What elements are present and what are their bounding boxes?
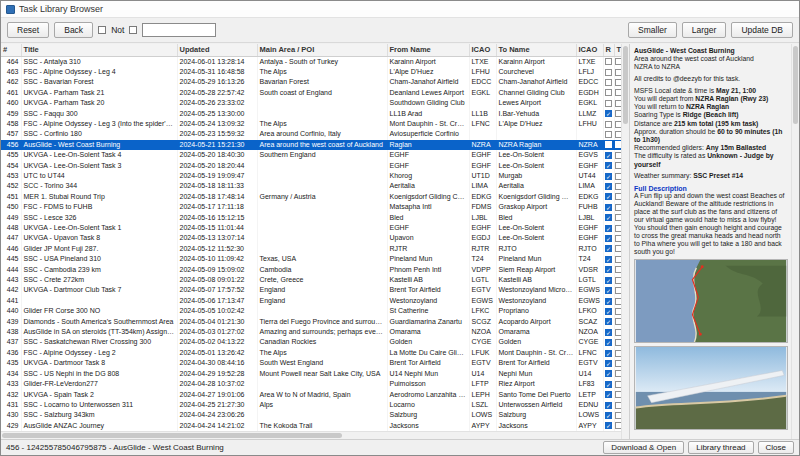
- smaller-button[interactable]: Smaller: [628, 22, 677, 38]
- table-row[interactable]: 430SSC - Salzburg 343km2024-04-24 23:06:…: [1, 410, 621, 420]
- row-checkbox-r[interactable]: ✓: [605, 412, 612, 419]
- row-checkbox-r[interactable]: ✓: [605, 225, 612, 232]
- row-checkbox-r[interactable]: ✓: [605, 318, 612, 325]
- table-row[interactable]: 456AusGlide - West Coast Burning2024-05-…: [1, 140, 621, 150]
- table-row[interactable]: 457SSC - Corfinio 1802024-05-23 15:59:32…: [1, 129, 621, 139]
- reset-button[interactable]: Reset: [7, 22, 49, 38]
- table-row[interactable]: 448UKVGA - Lee-On-Solent Task 12024-05-1…: [1, 223, 621, 233]
- table-row[interactable]: 452SCC - Torino 3442024-05-18 18:11:33Ae…: [1, 181, 621, 191]
- table-row[interactable]: 462SSC - Bavarian Forest2024-05-29 16:13…: [1, 77, 621, 87]
- table-row[interactable]: 446Glider JP Mont Fuji 287.2024-05-12 11…: [1, 244, 621, 254]
- column-header-updated[interactable]: Updated: [177, 44, 257, 56]
- row-checkbox-r[interactable]: ✓: [605, 173, 612, 180]
- table-row[interactable]: 432UKVGA - Spain Task 22024-04-27 19:01:…: [1, 390, 621, 400]
- row-checkbox-r[interactable]: ✓: [605, 308, 612, 315]
- back-button[interactable]: Back: [54, 22, 93, 38]
- table-row[interactable]: 431SSC - Locarno to Unterwossen 3112024-…: [1, 400, 621, 410]
- update-db-button[interactable]: Update DB: [731, 22, 793, 38]
- table-row[interactable]: 439Diamonds - South America's Southernmo…: [1, 317, 621, 327]
- table-row[interactable]: 451MER 1. Stubai Round Trip2024-05-18 17…: [1, 192, 621, 202]
- row-checkbox-r[interactable]: ✓: [605, 287, 612, 294]
- column-header-tested[interactable]: T: [614, 44, 621, 56]
- column-header-from-name[interactable]: From Name: [387, 44, 469, 56]
- table-row[interactable]: 454UKVGA - Lee-On-Solent Task 32024-05-2…: [1, 161, 621, 171]
- table-row[interactable]: 447UKVGA - Upavon Task 82024-05-13 13:07…: [1, 233, 621, 243]
- column-header-main-area-poi[interactable]: Main Area / POI: [257, 44, 387, 56]
- row-checkbox-r[interactable]: [605, 79, 612, 86]
- table-row[interactable]: 435UKVGA - Dartmoor Task 82024-04-30 08:…: [1, 358, 621, 368]
- table-row[interactable]: 453UTC to UT442024-05-19 19:09:47KhorogU…: [1, 171, 621, 181]
- row-checkbox-r[interactable]: ✓: [605, 183, 612, 190]
- column-header-to-name[interactable]: To Name: [496, 44, 576, 56]
- row-checkbox-r[interactable]: [605, 100, 612, 107]
- row-checkbox-r[interactable]: ✓: [605, 214, 612, 221]
- larger-button[interactable]: Larger: [682, 22, 727, 38]
- table-row[interactable]: 442UKVGA - Dartmoor Club Task 72024-05-0…: [1, 285, 621, 295]
- row-checkbox-r[interactable]: ✓: [605, 277, 612, 284]
- table-row[interactable]: 461UKVGA - Parham Task 212024-05-28 22:5…: [1, 88, 621, 98]
- row-checkbox-r[interactable]: ✓: [605, 204, 612, 211]
- row-checkbox-r[interactable]: ✓: [605, 391, 612, 398]
- row-checkbox-r[interactable]: ✓: [605, 370, 612, 377]
- row-checkbox-r[interactable]: ✓: [605, 381, 612, 388]
- column-header-to-icao[interactable]: ICAO: [576, 44, 603, 56]
- column-header-number[interactable]: #: [1, 44, 21, 56]
- row-checkbox-r[interactable]: ✓: [605, 266, 612, 273]
- detail-scrollbar[interactable]: [791, 44, 799, 439]
- column-header-from-icao[interactable]: ICAO: [469, 44, 496, 56]
- row-checkbox-r[interactable]: ✓: [605, 193, 612, 200]
- download-open-button[interactable]: Download & Open: [603, 441, 684, 454]
- filter-checkbox[interactable]: [98, 26, 106, 34]
- table-row[interactable]: 436FSC - Alpine Odyssey - Leg 22024-05-0…: [1, 348, 621, 358]
- table-row[interactable]: 429AusGlide ANZAC Journey2024-04-24 14:2…: [1, 421, 621, 431]
- row-checkbox-r[interactable]: ✓: [605, 402, 612, 409]
- table-row[interactable]: 445SSC - USA Pineland 3102024-05-10 11:0…: [1, 254, 621, 264]
- table-row[interactable]: 443SSC - Crete 272km2024-05-08 09:01:22C…: [1, 275, 621, 285]
- not-checkbox[interactable]: [129, 26, 137, 34]
- library-thread-button[interactable]: Library thread: [688, 441, 753, 454]
- table-row[interactable]: 433Glider-FR-LeVerdon2772024-04-28 10:37…: [1, 379, 621, 389]
- hscroll-thumb[interactable]: [2, 433, 342, 438]
- vscroll-thumb[interactable]: [623, 46, 628, 124]
- row-checkbox-r[interactable]: ✓: [605, 298, 612, 305]
- column-header-rated[interactable]: R: [603, 44, 614, 56]
- row-checkbox-r[interactable]: ✓: [605, 152, 612, 159]
- table-row[interactable]: 460UKVGA - Parham Task 202024-05-26 23:3…: [1, 98, 621, 108]
- table-row[interactable]: 434SSC - US Nephi in the DG 8082024-04-2…: [1, 369, 621, 379]
- table-row[interactable]: 459SSC - Faqqu 3002024-05-25 13:30:00LL1…: [1, 109, 621, 119]
- table-row[interactable]: 438AusGlide in SA on steroids (TT-354km)…: [1, 327, 621, 337]
- row-checkbox-r[interactable]: [605, 131, 612, 138]
- table-row[interactable]: 463FSC - Alpine Odyssey - Leg 42024-05-3…: [1, 67, 621, 77]
- close-button[interactable]: Close: [758, 441, 794, 454]
- filter-input[interactable]: [142, 23, 216, 37]
- row-checkbox-r[interactable]: [605, 141, 612, 148]
- row-checkbox-r[interactable]: ✓: [605, 245, 612, 252]
- table-row[interactable]: 437SSC - Saskatchewan River Crossing 300…: [1, 337, 621, 347]
- row-checkbox-r[interactable]: [605, 89, 612, 96]
- table-row[interactable]: 458FSC - Alpine Odyssey - Leg 3 (Into th…: [1, 119, 621, 129]
- row-checkbox-r[interactable]: ✓: [605, 256, 612, 263]
- row-checkbox-r[interactable]: ✓: [605, 422, 612, 429]
- table-row[interactable]: 4412024-05-06 17:13:47EnglandWestonzoyla…: [1, 296, 621, 306]
- photo-thumbnail[interactable]: [634, 346, 788, 430]
- row-checkbox-r[interactable]: ✓: [605, 350, 612, 357]
- table-row[interactable]: 449SSC - Lesce 3262024-05-16 15:12:15Ble…: [1, 213, 621, 223]
- row-checkbox-r[interactable]: [605, 69, 612, 76]
- row-checkbox-r[interactable]: ✓: [605, 235, 612, 242]
- row-checkbox-r[interactable]: ✓: [605, 110, 612, 117]
- table-row[interactable]: 444SSC - Cambodia 239 km2024-05-09 15:09…: [1, 265, 621, 275]
- row-checkbox-r[interactable]: [605, 58, 612, 65]
- table-row[interactable]: 464SSC - Antalya 3102024-06-01 13:28:14A…: [1, 56, 621, 67]
- table-row[interactable]: 455UKVGA - Lee-On-Solent Task 42024-05-2…: [1, 150, 621, 160]
- row-checkbox-r[interactable]: ✓: [605, 329, 612, 336]
- map-thumbnail[interactable]: [634, 259, 788, 343]
- column-header-title[interactable]: Title: [21, 44, 177, 56]
- row-checkbox-r[interactable]: ✓: [605, 162, 612, 169]
- row-checkbox-r[interactable]: [605, 121, 612, 128]
- table-row[interactable]: 440Glider FR Corse 300 NO2024-05-05 10:0…: [1, 306, 621, 316]
- row-checkbox-r[interactable]: ✓: [605, 360, 612, 367]
- detail-scroll-thumb[interactable]: [793, 46, 798, 124]
- table-row[interactable]: 450FSC - FDMS to FUHB2024-05-17 17:11:18…: [1, 202, 621, 212]
- table-vertical-scrollbar[interactable]: [621, 44, 629, 439]
- table-horizontal-scrollbar[interactable]: [1, 431, 621, 439]
